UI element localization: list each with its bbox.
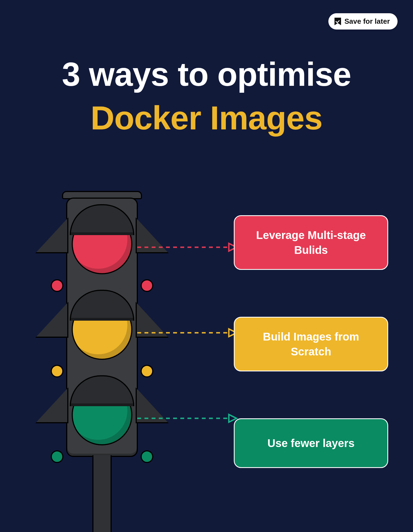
visor: [70, 375, 134, 406]
visor: [70, 290, 134, 321]
title-line-2: Docker Images: [0, 99, 413, 137]
traffic-light-yellow-segment: [67, 288, 137, 371]
bulb-right: [141, 365, 153, 377]
visor: [70, 204, 134, 235]
bulb-left: [51, 450, 63, 463]
callout-yellow: Build Images from Scratch: [234, 317, 388, 371]
fin-left: [35, 302, 68, 338]
arrow-red-icon: [137, 239, 237, 256]
bulb-left: [51, 279, 63, 292]
traffic-light-green-segment: [67, 374, 137, 456]
page-title: 3 ways to optimise Docker Images: [0, 55, 413, 137]
bookmark-icon: [334, 18, 341, 25]
callout-red-text: Leverage Multi-stage Bulids: [245, 228, 377, 257]
save-for-later-label: Save for later: [344, 17, 390, 26]
callout-green: Use fewer layers: [234, 418, 388, 468]
callout-red: Leverage Multi-stage Bulids: [234, 215, 388, 270]
fin-left: [35, 217, 68, 253]
title-line-1: 3 ways to optimise: [0, 55, 413, 93]
bulb-right: [141, 450, 153, 463]
bulb-left: [51, 365, 63, 377]
fin-left: [35, 387, 68, 423]
callout-yellow-text: Build Images from Scratch: [245, 329, 377, 359]
traffic-light-red-segment: [67, 203, 137, 285]
arrow-green-icon: [137, 410, 237, 427]
arrow-yellow-icon: [137, 324, 237, 341]
save-for-later-button[interactable]: Save for later: [328, 13, 398, 30]
callout-list: Leverage Multi-stage Bulids Build Images…: [234, 215, 388, 468]
traffic-light-pole: [92, 455, 112, 532]
bulb-right: [141, 279, 153, 292]
traffic-light-body: [66, 198, 138, 457]
callout-green-text: Use fewer layers: [267, 436, 355, 451]
